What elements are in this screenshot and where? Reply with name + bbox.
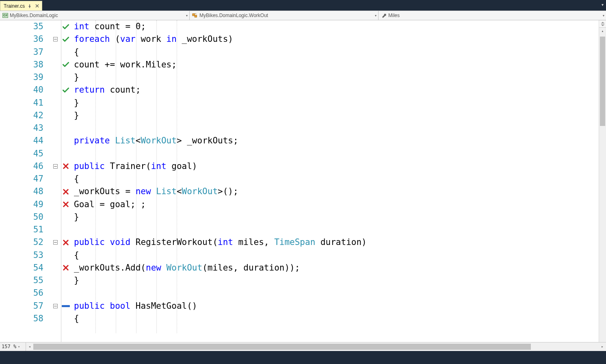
coverage-covered-icon bbox=[60, 35, 72, 43]
fold-gutter[interactable] bbox=[51, 37, 60, 41]
code-text[interactable]: int count = 0; bbox=[74, 20, 599, 33]
tab-overflow-dropdown[interactable]: ▾ bbox=[602, 2, 604, 7]
code-line[interactable]: 39 } bbox=[0, 71, 599, 84]
code-line[interactable]: 36 foreach (var work in _workOuts) bbox=[0, 33, 599, 46]
code-line[interactable]: 46 public Trainer(int goal) bbox=[0, 160, 599, 173]
line-number: 46 bbox=[0, 160, 51, 173]
line-number: 58 bbox=[0, 312, 51, 325]
nav-member-text: Miles bbox=[388, 13, 601, 18]
chevron-down-icon: ▾ bbox=[603, 14, 604, 17]
code-line[interactable]: 53 { bbox=[0, 249, 599, 262]
fold-toggle-icon[interactable] bbox=[53, 37, 58, 41]
code-text[interactable]: } bbox=[74, 109, 599, 122]
line-number: 49 bbox=[0, 198, 51, 211]
zoom-value: 157 % bbox=[2, 340, 16, 353]
scroll-thumb-vertical[interactable] bbox=[600, 37, 605, 126]
code-text[interactable]: _workOuts = new List<WorkOut>(); bbox=[74, 185, 599, 198]
line-number: 35 bbox=[0, 20, 51, 33]
line-number: 37 bbox=[0, 46, 51, 58]
code-line[interactable]: 50 } bbox=[0, 211, 599, 223]
code-line[interactable]: 40 return count; bbox=[0, 84, 599, 96]
close-icon[interactable] bbox=[35, 4, 39, 9]
code-text[interactable]: public void RegisterWorkout(int miles, T… bbox=[74, 236, 599, 249]
line-number: 52 bbox=[0, 236, 51, 249]
code-line[interactable]: 41 } bbox=[0, 97, 599, 109]
scroll-up-arrow-icon[interactable]: ▴ bbox=[599, 28, 606, 35]
coverage-uncovered-icon bbox=[60, 201, 72, 208]
code-text[interactable]: _workOuts.Add(new WorkOut(miles, duratio… bbox=[74, 262, 599, 274]
change-track bbox=[72, 147, 74, 160]
code-text[interactable]: public Trainer(int goal) bbox=[74, 160, 599, 173]
code-text[interactable]: { bbox=[74, 249, 599, 262]
fold-gutter[interactable] bbox=[51, 304, 60, 308]
code-text[interactable]: { bbox=[74, 173, 599, 185]
scroll-right-arrow-icon[interactable]: ▸ bbox=[599, 342, 606, 351]
fold-gutter[interactable] bbox=[51, 240, 60, 245]
code-text[interactable]: { bbox=[74, 46, 599, 58]
fold-toggle-icon[interactable] bbox=[53, 304, 58, 308]
vertical-scrollbar[interactable]: ▴ bbox=[599, 20, 606, 351]
code-text[interactable]: return count; bbox=[74, 84, 599, 96]
nav-namespace-text: MyBikes.DomainLogic bbox=[10, 13, 184, 18]
code-line[interactable]: 38 count += work.Miles; bbox=[0, 58, 599, 71]
code-line[interactable]: 58 { bbox=[0, 312, 599, 325]
code-line[interactable]: 52 public void RegisterWorkout(int miles… bbox=[0, 236, 599, 249]
nav-class-dropdown[interactable]: MyBikes.DomainLogic.WorkOut ▾ bbox=[190, 11, 379, 20]
nav-namespace-dropdown[interactable]: C# MyBikes.DomainLogic ▾ bbox=[0, 11, 190, 20]
code-line[interactable]: 47 { bbox=[0, 173, 599, 185]
code-line[interactable]: 49 Goal = goal; ; bbox=[0, 198, 599, 211]
code-text[interactable]: foreach (var work in _workOuts) bbox=[74, 33, 599, 46]
code-line[interactable]: 45 bbox=[0, 147, 599, 160]
line-number: 39 bbox=[0, 71, 51, 84]
scroll-track-horizontal[interactable] bbox=[33, 342, 599, 351]
pin-icon[interactable] bbox=[27, 4, 32, 9]
line-number: 50 bbox=[0, 211, 51, 223]
line-number: 38 bbox=[0, 58, 51, 71]
code-text[interactable]: Goal = goal; ; bbox=[74, 198, 599, 211]
code-line[interactable]: 55 } bbox=[0, 274, 599, 287]
tab-trainer-cs[interactable]: Trainer.cs bbox=[0, 1, 42, 11]
coverage-uncovered-icon bbox=[60, 162, 72, 170]
code-line[interactable]: 56 bbox=[0, 287, 599, 299]
zoom-dropdown[interactable]: 157 % ▾ bbox=[0, 342, 26, 351]
code-text[interactable]: { bbox=[74, 312, 599, 325]
horizontal-scrollbar[interactable]: ◂ ▸ bbox=[26, 342, 606, 351]
code-text[interactable]: } bbox=[74, 211, 599, 223]
code-line[interactable]: 44 private List<WorkOut> _workOuts; bbox=[0, 134, 599, 147]
nav-member-dropdown[interactable]: Miles ▾ bbox=[379, 11, 606, 20]
line-number: 53 bbox=[0, 249, 51, 262]
code-line[interactable]: 42 } bbox=[0, 109, 599, 122]
code-text[interactable]: public bool HasMetGoal() bbox=[74, 300, 599, 312]
chevron-down-icon: ▾ bbox=[186, 14, 188, 17]
scroll-left-arrow-icon[interactable]: ◂ bbox=[26, 342, 33, 351]
class-icon bbox=[192, 13, 198, 18]
fold-toggle-icon[interactable] bbox=[53, 164, 58, 169]
code-text[interactable]: private List<WorkOut> _workOuts; bbox=[74, 134, 599, 147]
code-line[interactable]: 57 public bool HasMetGoal() bbox=[0, 300, 599, 312]
line-number: 44 bbox=[0, 134, 51, 147]
code-line[interactable]: 35 int count = 0; bbox=[0, 20, 599, 33]
code-line[interactable]: 48 _workOuts = new List<WorkOut>(); bbox=[0, 185, 599, 198]
code-text[interactable]: } bbox=[74, 274, 599, 287]
coverage-covered-icon bbox=[60, 86, 72, 94]
chevron-down-icon: ▾ bbox=[18, 340, 20, 353]
code-line[interactable]: 37 { bbox=[0, 46, 599, 58]
code-text[interactable]: } bbox=[74, 71, 599, 84]
coverage-uncovered-icon bbox=[60, 188, 72, 195]
code-line[interactable]: 54 _workOuts.Add(new WorkOut(miles, dura… bbox=[0, 262, 599, 274]
code-text[interactable]: count += work.Miles; bbox=[74, 58, 599, 71]
tab-label: Trainer.cs bbox=[4, 3, 25, 9]
change-track bbox=[72, 122, 74, 134]
scroll-thumb-horizontal[interactable] bbox=[33, 344, 531, 350]
coverage-uncovered-icon bbox=[60, 239, 72, 246]
tab-bar: Trainer.cs ▾ bbox=[0, 0, 606, 11]
fold-gutter[interactable] bbox=[51, 164, 60, 169]
line-number: 43 bbox=[0, 122, 51, 134]
code-text[interactable]: } bbox=[74, 97, 599, 109]
line-number: 45 bbox=[0, 147, 51, 160]
editor-status-bar: 157 % ▾ ◂ ▸ bbox=[0, 342, 606, 351]
code-line[interactable]: 51 bbox=[0, 223, 599, 236]
code-line[interactable]: 43 bbox=[0, 122, 599, 134]
code-rows[interactable]: 35 int count = 0;36 foreach (var work in… bbox=[0, 20, 599, 342]
fold-toggle-icon[interactable] bbox=[53, 240, 58, 245]
